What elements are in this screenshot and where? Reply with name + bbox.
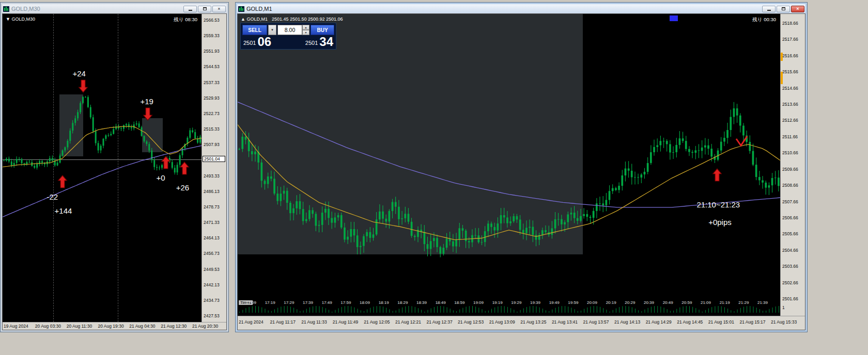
buy-button[interactable]: BUY [311, 25, 334, 35]
price-axis-m30[interactable]: 2501.04 2566.532559.332551.932544.532537… [202, 14, 226, 322]
window-gold-m1[interactable]: GOLD,M1 × 21:10~21:23+0pips ▲ GOLD,M1250… [235, 2, 808, 332]
time-axis-label: 21 Aug 13:09 [489, 319, 515, 325]
volume-input[interactable]: 8.00 [277, 25, 302, 35]
maximize-button[interactable] [198, 6, 211, 12]
time-axis-m1[interactable]: 21 Aug 202421 Aug 11:1721 Aug 11:3321 Au… [238, 316, 805, 330]
minimize-icon [189, 10, 192, 11]
price-axis-label: 2515.66 [782, 69, 798, 74]
titlebar-m30[interactable]: GOLD,M30 × [2, 4, 227, 13]
blue-marker [670, 15, 678, 21]
chart-plot-m30[interactable]: +24+19-22+144+0+26 ▼ GOLD,M30 残り 08:30 [3, 14, 202, 322]
titlebar-m1[interactable]: GOLD,M1 × [237, 4, 805, 13]
symbol-label[interactable]: ▼ GOLD,M30 [6, 17, 35, 22]
times-indicator-value: 19:39 [530, 300, 540, 305]
time-axis-label: 21 Aug 20:30 [192, 324, 218, 329]
close-button[interactable]: × [791, 6, 804, 12]
times-indicator-value: 20:29 [625, 300, 635, 305]
chart-icon [3, 6, 9, 12]
times-indicator-value: 21:29 [738, 300, 749, 305]
price-axis-label: 2456.73 [204, 251, 220, 256]
close-button[interactable]: × [212, 6, 226, 12]
chart-icon [238, 6, 244, 12]
annotation-text: +19 [140, 96, 153, 105]
annotation-text: +0pips [708, 218, 732, 227]
ohlc-readout: 2501.45 2501.50 2500.92 2501.06 [272, 17, 343, 22]
price-axis-m1[interactable]: 2518.662517.662516.662515.662514.662513.… [780, 14, 805, 316]
price-axis-label: 2512.66 [782, 118, 798, 123]
red-arrow-down-icon [143, 107, 153, 121]
price-axis-label: 2506.66 [782, 215, 798, 220]
price-axis-label: 2513.66 [782, 102, 798, 107]
annotation-text: +0 [157, 173, 165, 182]
symbol-label[interactable]: ▲ GOLD,M12501.45 2501.50 2500.92 2501.06 [241, 17, 343, 22]
price-axis-label: 2427.53 [204, 313, 220, 318]
annotation-text: +24 [72, 69, 85, 78]
price-axis-label: 2509.66 [782, 167, 798, 172]
time-axis-label: 21 Aug 11:49 [333, 319, 358, 325]
time-axis-label: 20 Aug 03:30 [35, 324, 61, 329]
price-axis-label: 2442.13 [204, 282, 220, 287]
times-indicator-value: 21:39 [757, 300, 768, 305]
times-indicator-value: 18:59 [454, 300, 464, 305]
times-indicator-value: 18:39 [416, 300, 427, 305]
buy-price-big: 34 [319, 37, 333, 47]
window-title: GOLD,M30 [11, 6, 40, 12]
price-axis-label: 2464.13 [204, 235, 220, 240]
price-axis-label: 2537.33 [204, 80, 220, 85]
time-axis-label: 21 Aug 12:37 [427, 319, 453, 325]
maximize-button[interactable] [777, 6, 790, 12]
time-axis-label: 21 Aug 11:17 [270, 319, 296, 325]
times-indicator-value: 18:19 [379, 300, 389, 305]
chart-plot-m1[interactable]: 21:10~21:23+0pips ▲ GOLD,M12501.45 2501.… [238, 14, 780, 316]
times-indicator-value: 21:19 [720, 300, 730, 305]
indicator-scale-label: 1 [782, 305, 785, 310]
time-axis-label: 21 Aug 14:29 [646, 319, 672, 325]
buy-price-small: 2501 [305, 40, 318, 47]
times-indicator-value: 17:09 [246, 300, 256, 305]
price-axis-label: 2522.73 [204, 111, 220, 116]
chevron-down-icon: ▼ [271, 28, 274, 31]
axis-alert-mark [781, 53, 783, 61]
time-axis-label: 21 Aug 13:41 [552, 319, 578, 325]
times-indicator-value: 19:19 [492, 300, 503, 305]
time-axis-label: 21 Aug 13:57 [583, 319, 609, 325]
axis-alert-mark [781, 72, 783, 84]
times-indicator-value: 19:59 [568, 300, 578, 305]
window-gold-m30[interactable]: GOLD,M30 × +24+19-22+144+0+26 ▼ GOLD,M30… [0, 2, 229, 332]
times-indicator-value: 19:09 [473, 300, 484, 305]
time-axis-label: 21 Aug 2024 [239, 319, 264, 325]
current-price-tag: 2501.04 [203, 156, 225, 162]
volume-spin-up[interactable]: ▲ [302, 25, 309, 30]
time-axis-label: 19 Aug 2024 [4, 324, 28, 329]
price-axis-label: 2559.33 [204, 33, 220, 38]
times-indicator-value: 20:59 [681, 300, 692, 305]
timer-label: 残り 00:30 [752, 17, 776, 23]
time-axis-m30[interactable]: 19 Aug 202420 Aug 03:3020 Aug 11:3020 Au… [3, 322, 226, 330]
price-axis-label: 2493.33 [204, 173, 220, 179]
timer-label: 残り 08:30 [174, 17, 197, 23]
time-axis-label: 21 Aug 12:21 [395, 319, 421, 325]
window-title: GOLD,M1 [246, 6, 272, 12]
volume-spin-down[interactable]: ▼ [302, 30, 309, 35]
price-axis-label: 2544.53 [204, 64, 220, 69]
price-axis-label: 2511.66 [782, 134, 798, 139]
times-indicator-value: 17:49 [322, 300, 332, 305]
price-axis-label: 2505.66 [782, 231, 798, 236]
times-indicator-value: 17:39 [303, 300, 313, 305]
times-indicator-value: 18:29 [397, 300, 408, 305]
times-indicator: Times 17:0917:1917:2917:3917:4917:5918:0… [238, 300, 780, 306]
minimize-button[interactable] [762, 6, 776, 12]
sell-button[interactable]: SELL [242, 25, 267, 35]
red-arrow-up-icon [57, 175, 67, 188]
time-axis-label: 20 Aug 19:30 [98, 324, 124, 329]
price-axis-label: 2434.73 [204, 298, 220, 303]
price-axis-label: 2517.66 [782, 37, 798, 42]
times-indicator-value: 18:09 [360, 300, 370, 305]
red-arrow-up-icon [180, 162, 190, 175]
minimize-button[interactable] [183, 6, 197, 12]
time-axis-label: 21 Aug 04:30 [129, 324, 155, 329]
time-axis-label: 21 Aug 15:17 [739, 319, 765, 325]
price-axis-label: 2566.53 [204, 18, 220, 23]
times-indicator-value: 18:49 [436, 300, 446, 305]
volume-dropdown-button[interactable]: ▼ [268, 25, 276, 35]
